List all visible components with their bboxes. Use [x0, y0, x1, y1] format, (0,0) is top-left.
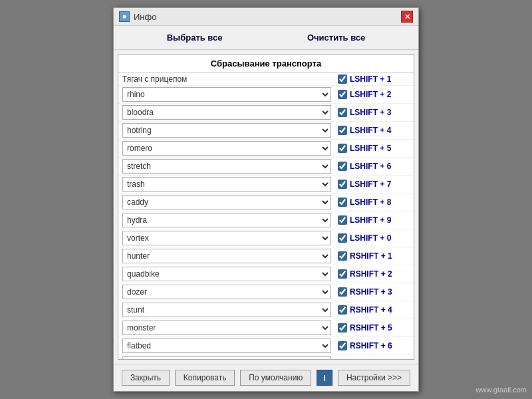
- vehicle-checkbox[interactable]: [338, 198, 347, 207]
- settings-btn[interactable]: Настройки >>>: [338, 370, 410, 386]
- close-btn[interactable]: Закрыть: [122, 370, 170, 386]
- shortcut-label: LSHIFT + 9: [350, 215, 410, 225]
- list-item: admiralRSHIFT + 7: [118, 355, 414, 359]
- list-item: stuntRSHIFT + 4: [118, 301, 414, 319]
- vehicle-select[interactable]: hotring: [122, 123, 331, 138]
- vehicle-checkbox[interactable]: [338, 108, 347, 117]
- vehicle-select[interactable]: vortex: [122, 231, 331, 245]
- select-all-button[interactable]: Выбрать все: [162, 31, 228, 44]
- vehicle-checkbox[interactable]: [338, 323, 347, 332]
- vehicle-checkbox[interactable]: [338, 180, 347, 189]
- vehicle-select[interactable]: dozer: [122, 285, 331, 299]
- vehicle-checkbox[interactable]: [338, 341, 347, 350]
- copy-btn[interactable]: Копировать: [175, 370, 235, 386]
- list-item: rhinoLSHIFT + 2: [118, 86, 414, 104]
- list-item: hotringLSHIFT + 4: [118, 122, 414, 140]
- list-item: flatbedRSHIFT + 6: [118, 337, 414, 355]
- vehicle-checkbox[interactable]: [338, 126, 347, 135]
- vehicle-checkbox[interactable]: [338, 215, 347, 225]
- vehicle-select[interactable]: romero: [122, 141, 331, 156]
- shortcut-label: LSHIFT + 6: [350, 162, 410, 171]
- list-item: vortexLSHIFT + 0: [118, 229, 414, 247]
- list-item: Тягач с прицепомLSHIFT + 1: [118, 73, 414, 86]
- vehicle-checkbox[interactable]: [338, 90, 347, 99]
- footer: Закрыть Копировать По умолчанию i Настро…: [114, 364, 418, 391]
- list-item: stretchLSHIFT + 6: [118, 158, 414, 176]
- shortcut-label: LSHIFT + 4: [350, 126, 410, 135]
- vehicle-select[interactable]: flatbed: [122, 338, 331, 353]
- info-button[interactable]: i: [317, 370, 332, 386]
- list-item: quadbikeRSHIFT + 2: [118, 265, 414, 283]
- clear-all-button[interactable]: Очистить все: [302, 31, 370, 44]
- list-item: hunterRSHIFT + 1: [118, 247, 414, 265]
- vehicle-checkbox[interactable]: [338, 233, 347, 243]
- default-btn[interactable]: По умолчанию: [240, 370, 311, 386]
- vehicle-select[interactable]: hunter: [122, 249, 331, 263]
- vehicle-list: Тягач с прицепомLSHIFT + 1rhinoLSHIFT + …: [118, 73, 414, 359]
- watermark: www.gtaall.com: [476, 386, 527, 394]
- shortcut-label: LSHIFT + 2: [350, 90, 410, 99]
- content-area: Сбрасывание транспорта Тягач с прицепомL…: [118, 54, 414, 360]
- window-title: Инфо: [134, 12, 156, 22]
- vehicle-checkbox[interactable]: [338, 287, 347, 297]
- shortcut-label: LSHIFT + 5: [350, 144, 410, 153]
- section-header: Сбрасывание транспорта: [118, 55, 414, 73]
- list-item: dozerRSHIFT + 3: [118, 283, 414, 301]
- vehicle-checkbox[interactable]: [338, 305, 347, 315]
- vehicle-select[interactable]: quadbike: [122, 267, 331, 281]
- vehicle-checkbox[interactable]: [338, 144, 347, 153]
- list-item: romeroLSHIFT + 5: [118, 140, 414, 158]
- shortcut-label: LSHIFT + 8: [350, 198, 410, 207]
- shortcut-label: RSHIFT + 1: [350, 251, 410, 261]
- vehicle-select[interactable]: stretch: [122, 159, 331, 174]
- vehicle-select[interactable]: admiral: [122, 356, 331, 359]
- shortcut-label: LSHIFT + 7: [350, 180, 410, 189]
- shortcut-label: RSHIFT + 4: [350, 305, 410, 315]
- vehicle-checkbox[interactable]: [338, 74, 347, 84]
- vehicle-select[interactable]: rhino: [122, 87, 331, 102]
- list-item: hydraLSHIFT + 9: [118, 211, 414, 229]
- vehicle-select[interactable]: bloodra: [122, 105, 331, 120]
- shortcut-label: RSHIFT + 5: [350, 323, 410, 332]
- title-bar: ■ Инфо ✕: [114, 8, 418, 26]
- shortcut-label: RSHIFT + 6: [350, 341, 410, 350]
- list-item: bloodraLSHIFT + 3: [118, 104, 414, 122]
- toolbar: Выбрать все Очистить все: [114, 26, 418, 50]
- list-item: caddyLSHIFT + 8: [118, 194, 414, 211]
- vehicle-checkbox[interactable]: [338, 269, 347, 279]
- vehicle-select[interactable]: hydra: [122, 213, 331, 227]
- close-button[interactable]: ✕: [401, 11, 413, 23]
- shortcut-label: LSHIFT + 0: [350, 233, 410, 243]
- window-icon: ■: [119, 11, 130, 22]
- shortcut-label: RSHIFT + 2: [350, 269, 410, 279]
- vehicle-select[interactable]: stunt: [122, 303, 331, 317]
- main-window: ■ Инфо ✕ Выбрать все Очистить все Сбрасы…: [113, 7, 419, 392]
- vehicle-checkbox[interactable]: [338, 162, 347, 171]
- vehicle-checkbox[interactable]: [338, 251, 347, 261]
- shortcut-label: RSHIFT + 3: [350, 287, 410, 297]
- list-item: monsterRSHIFT + 5: [118, 319, 414, 337]
- shortcut-label: LSHIFT + 1: [350, 74, 410, 84]
- vehicle-header-label: Тягач с прицепом: [122, 74, 331, 84]
- list-item: trashLSHIFT + 7: [118, 176, 414, 194]
- vehicle-select[interactable]: caddy: [122, 195, 331, 209]
- shortcut-label: LSHIFT + 3: [350, 108, 410, 117]
- vehicle-select[interactable]: trash: [122, 177, 331, 192]
- vehicle-select[interactable]: monster: [122, 321, 331, 335]
